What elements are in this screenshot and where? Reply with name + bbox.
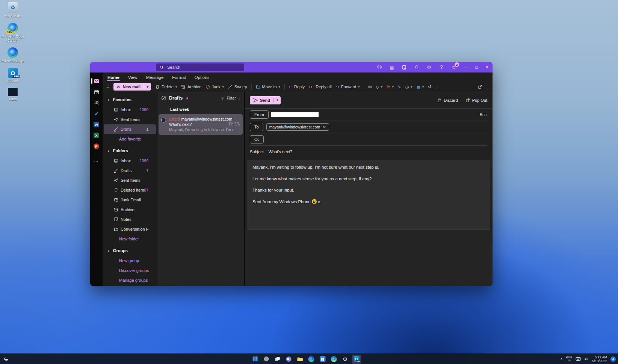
new-folder-link[interactable]: New folder — [103, 234, 157, 244]
discard-button[interactable]: Discard — [437, 98, 458, 103]
open-in-window-icon[interactable] — [478, 85, 482, 89]
groups-section-header[interactable]: ∨ Groups — [103, 245, 157, 256]
folders-section-header[interactable]: ∨ Folders — [103, 145, 157, 156]
filter-button[interactable]: Filter — [227, 96, 236, 100]
minimize-button[interactable]: — — [464, 65, 468, 69]
remove-recipient-icon[interactable]: ✕ — [323, 125, 326, 129]
reply-button[interactable]: ↩ Reply — [289, 85, 305, 89]
cc-button[interactable]: Cc — [250, 135, 264, 143]
folder-item-inbox[interactable]: Inbox1099 — [104, 156, 156, 166]
subject-row[interactable]: Subject What's next? — [250, 146, 487, 158]
select-all-circle-icon[interactable] — [161, 95, 166, 101]
close-button[interactable]: ✕ — [485, 65, 489, 70]
pop-out-button[interactable]: Pop Out — [465, 98, 487, 103]
junk-button[interactable]: Junk▾ — [205, 85, 224, 89]
tab-view[interactable]: View — [128, 74, 138, 81]
folder-item-drafts[interactable]: Drafts1 — [104, 166, 156, 175]
maximize-button[interactable]: □ — [475, 65, 478, 69]
send-button[interactable]: Send ▾ — [250, 96, 281, 104]
tab-options[interactable]: Options — [194, 74, 210, 81]
message-select-radio[interactable] — [161, 118, 166, 122]
new-group-link[interactable]: New group — [103, 256, 157, 266]
rail-people-button[interactable] — [90, 97, 103, 108]
message-body-editor[interactable]: Mayank, I'm writing to follow up. I'm no… — [247, 160, 490, 230]
undo-button[interactable]: ↺ — [428, 85, 431, 89]
notification-count-badge[interactable]: 4 — [610, 356, 616, 362]
edge-shortcut[interactable]: Microsoft Edge — [1, 47, 25, 63]
store-button[interactable] — [318, 355, 327, 364]
snooze-button[interactable]: ◷▾ — [405, 85, 413, 89]
chat-button[interactable] — [284, 355, 293, 364]
folder-item-sent-items[interactable]: Sent Items — [104, 115, 156, 124]
folder-item-inbox[interactable]: Inbox1099 — [104, 105, 156, 115]
volume-icon[interactable] — [584, 357, 589, 361]
quick-steps-button[interactable]: ↯ — [398, 85, 401, 89]
notebook-icon[interactable]: ▤ — [389, 65, 394, 70]
categorize-button[interactable]: ◇▾ — [376, 85, 382, 89]
discover-groups-link[interactable]: Discover groups — [103, 266, 157, 275]
add-favorite-link[interactable]: Add favorite — [103, 134, 157, 144]
task-view-button[interactable] — [273, 355, 282, 364]
language-indicator[interactable]: ENG IN — [566, 356, 572, 362]
rail-mail-button[interactable] — [90, 76, 103, 86]
rail-powerpoint-button[interactable]: P — [90, 141, 103, 152]
reply-all-button[interactable]: ↩↩ Reply all — [309, 85, 332, 89]
folder-item-notes[interactable]: Notes — [104, 214, 156, 224]
touch-keyboard-icon[interactable] — [576, 357, 581, 361]
widgets-weather-icon[interactable] — [3, 356, 9, 362]
folder-item-junk-email[interactable]: Junk Email — [104, 195, 156, 205]
search-input[interactable]: Search — [156, 63, 244, 71]
to-button[interactable]: To — [250, 123, 263, 131]
settings-gear-icon[interactable]: ⚙ — [426, 65, 432, 70]
favorites-section-header[interactable]: ∨ Favorites — [103, 94, 157, 105]
new-mail-button[interactable]: ✉New mail ▾ — [113, 83, 151, 91]
paint-shortcut[interactable]: Paint — [1, 88, 25, 101]
tab-message[interactable]: Message — [146, 74, 164, 81]
send-options-dropdown[interactable]: ▾ — [274, 98, 281, 102]
sweep-button[interactable]: Sweep — [228, 85, 247, 89]
notifications-bell-icon[interactable] — [414, 65, 419, 70]
to-row[interactable]: To mayank@windowslatest.com ✕ — [250, 121, 487, 133]
message-item-selected[interactable]: [Draft] mayank@windowslatest.com What's … — [159, 114, 243, 135]
rail-excel-button[interactable]: X — [90, 130, 103, 141]
move-to-button[interactable]: Move to▾ — [256, 85, 280, 89]
tray-chevron-up-icon[interactable]: ∧ — [560, 357, 563, 361]
feedback-megaphone-icon[interactable]: 2 — [451, 65, 456, 70]
read-unread-button[interactable]: ✉ — [368, 85, 372, 89]
subject-input[interactable]: What's next? — [269, 150, 292, 154]
folder-item-archive[interactable]: Archive — [104, 205, 156, 214]
clock[interactable]: 5:22 AM 5/13/2022 — [592, 355, 607, 363]
tab-format[interactable]: Format — [172, 74, 186, 81]
more-commands-button[interactable]: … — [435, 85, 440, 89]
file-explorer-button[interactable] — [295, 355, 305, 364]
start-button[interactable] — [250, 355, 260, 364]
note-send-icon[interactable] — [402, 65, 407, 70]
folder-item-sent-items[interactable]: Sent Items — [104, 175, 156, 185]
folder-item-conversation-his[interactable]: Conversation His... — [104, 224, 156, 234]
hamburger-menu-icon[interactable]: ≡ — [106, 84, 109, 90]
cc-row[interactable]: Cc — [250, 133, 487, 146]
forward-button[interactable]: ↪ Forward▾ — [336, 85, 360, 89]
sort-arrow-icon[interactable]: ↓ — [238, 96, 240, 100]
skype-icon[interactable]: Ⓢ — [377, 65, 382, 70]
rail-calendar-button[interactable]: 17 — [90, 86, 103, 97]
send-later-button[interactable]: ▦▾ — [417, 85, 424, 89]
archive-button[interactable]: Archive — [181, 85, 201, 89]
outlook-taskbar-button[interactable]: OPRE — [352, 355, 361, 364]
rail-word-button[interactable]: W — [90, 119, 103, 130]
window-titlebar[interactable]: Search Ⓢ ▤ ⚙ ? 2 — □ — [90, 62, 493, 72]
manage-groups-link[interactable]: Manage groups — [103, 275, 157, 285]
edge-canary-taskbar-button[interactable] — [329, 355, 338, 364]
from-button[interactable]: From — [250, 110, 269, 119]
edge-taskbar-button[interactable] — [307, 355, 316, 364]
flag-button[interactable]: ⚑▾ — [387, 85, 394, 89]
outlook-shortcut[interactable]: O PRE Outlook — [1, 68, 25, 83]
recipient-chip[interactable]: mayank@windowslatest.com ✕ — [266, 123, 329, 131]
rail-todo-button[interactable]: ✔ — [90, 108, 103, 119]
recycle-bin-shortcut[interactable]: ♻ Recycle Bin — [1, 2, 25, 18]
edge-canary-shortcut[interactable]: CAN Microsoft Edge Canary — [1, 23, 25, 43]
folder-item-deleted-items[interactable]: Deleted Items87 — [104, 185, 156, 195]
delete-button[interactable]: Delete▾ — [155, 85, 177, 89]
search-button[interactable] — [261, 355, 271, 364]
folder-item-drafts[interactable]: Drafts1 — [104, 124, 156, 134]
